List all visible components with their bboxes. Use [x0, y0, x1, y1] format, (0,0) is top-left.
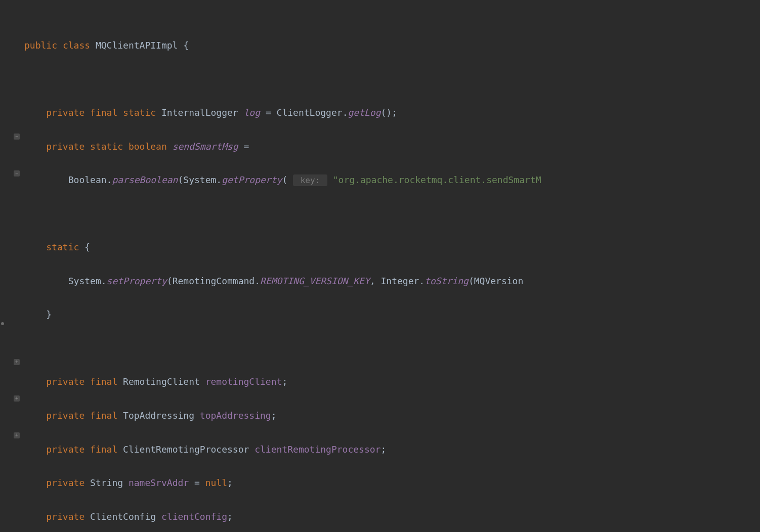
code-line: private final ClientRemotingProcessor cl…: [22, 441, 760, 458]
fold-plus-icon[interactable]: +: [14, 432, 20, 438]
code-line: private static boolean sendSmartMsg =: [22, 138, 760, 155]
fold-plus-icon[interactable]: +: [14, 395, 20, 402]
fold-close-icon[interactable]: −: [14, 170, 20, 176]
code-line: [22, 71, 760, 87]
code-line: [22, 340, 760, 357]
code-line: }: [22, 306, 760, 323]
code-line: private final static InternalLogger log …: [22, 104, 760, 121]
code-line: [22, 205, 760, 222]
code-line: private final RemotingClient remotingCli…: [22, 373, 760, 390]
code-editor: − − + + + public class MQClientAPIImpl {…: [0, 0, 760, 532]
code-line: private String nameSrvAddr = null;: [22, 474, 760, 491]
fold-plus-icon[interactable]: +: [14, 359, 20, 365]
code-line: private final TopAddressing topAddressin…: [22, 407, 760, 424]
code-line: public class MQClientAPIImpl {: [22, 37, 760, 54]
fold-minus-icon[interactable]: −: [14, 134, 20, 140]
code-line: Boolean.parseBoolean(System.getProperty(…: [22, 171, 760, 188]
code-line: System.setProperty(RemotingCommand.REMOT…: [22, 273, 760, 289]
gutter-indicator: [1, 322, 4, 325]
parameter-hint: key:: [293, 174, 327, 186]
code-line: private ClientConfig clientConfig;: [22, 508, 760, 525]
code-area[interactable]: public class MQClientAPIImpl { private f…: [22, 0, 760, 532]
editor-gutter: − − + + +: [0, 0, 22, 532]
code-line: static {: [22, 239, 760, 255]
